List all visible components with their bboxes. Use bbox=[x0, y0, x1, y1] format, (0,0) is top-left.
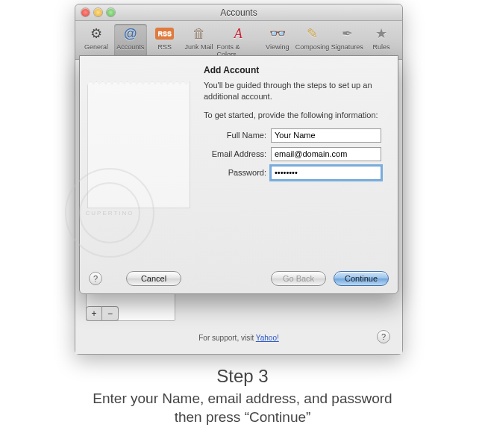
zoom-icon[interactable] bbox=[107, 8, 115, 16]
password-input[interactable] bbox=[271, 166, 381, 180]
toolbar-signatures[interactable]: ✒ Signatures bbox=[331, 24, 363, 59]
junk-icon: 🗑 bbox=[188, 24, 210, 43]
minimize-icon[interactable] bbox=[94, 8, 102, 16]
toolbar-label: Composing bbox=[295, 43, 330, 51]
titlebar: Accounts bbox=[75, 4, 402, 21]
rules-icon: ★ bbox=[370, 24, 392, 43]
toolbar-label: Accounts bbox=[116, 43, 144, 51]
toolbar-viewing[interactable]: 👓 Viewing bbox=[261, 24, 294, 59]
toolbar-label: Junk Mail bbox=[185, 43, 213, 51]
toolbar-label: RSS bbox=[157, 43, 172, 51]
continue-button[interactable]: Continue bbox=[334, 271, 389, 286]
toolbar-fonts[interactable]: A Fonts & Colors bbox=[217, 24, 260, 59]
cancel-button[interactable]: Cancel bbox=[126, 271, 181, 286]
caption-line1: Enter your Name, email address, and pass… bbox=[0, 390, 485, 408]
add-account-button[interactable]: + bbox=[86, 306, 102, 321]
toolbar-rss[interactable]: RSS RSS bbox=[148, 24, 181, 59]
sheet-intro: You'll be guided through the steps to se… bbox=[204, 80, 387, 102]
go-back-button[interactable]: Go Back bbox=[271, 271, 326, 286]
support-link[interactable]: Yahoo! bbox=[256, 334, 279, 342]
password-label: Password: bbox=[204, 168, 271, 177]
add-account-sheet: CUPERTINO Add Account You'll be guided t… bbox=[79, 55, 398, 294]
fonts-icon: A bbox=[227, 24, 249, 43]
postmark-illustration: CUPERTINO bbox=[65, 168, 154, 258]
toolbar-accounts[interactable]: @ Accounts bbox=[114, 24, 147, 59]
signatures-icon: ✒ bbox=[336, 24, 358, 43]
email-input[interactable] bbox=[271, 147, 381, 161]
sheet-prompt: To get started, provide the following in… bbox=[204, 110, 387, 121]
toolbar-label: Signatures bbox=[331, 43, 363, 51]
sheet-title: Add Account bbox=[204, 65, 387, 75]
toolbar-label: Viewing bbox=[266, 43, 289, 51]
instruction-caption: Step 3 Enter your Name, email address, a… bbox=[0, 366, 485, 426]
toolbar-rules[interactable]: ★ Rules bbox=[365, 24, 398, 59]
toolbar-junk[interactable]: 🗑 Junk Mail bbox=[183, 24, 216, 59]
toolbar-composing[interactable]: ✎ Composing bbox=[295, 24, 330, 59]
help-button[interactable]: ? bbox=[377, 330, 390, 343]
caption-line2: then press “Continue” bbox=[0, 408, 485, 427]
sheet-help-button[interactable]: ? bbox=[89, 272, 102, 285]
fullname-label: Full Name: bbox=[204, 131, 271, 140]
at-icon: @ bbox=[119, 24, 142, 43]
toolbar-label: Rules bbox=[373, 43, 390, 51]
toolbar-label: General bbox=[84, 43, 108, 51]
remove-account-button[interactable]: − bbox=[102, 306, 119, 321]
toolbar-general[interactable]: ⚙ General bbox=[80, 24, 113, 59]
composing-icon: ✎ bbox=[301, 24, 323, 43]
support-text: For support, visit Yahoo! bbox=[75, 334, 402, 342]
viewing-icon: 👓 bbox=[266, 24, 289, 43]
close-icon[interactable] bbox=[81, 8, 90, 16]
rss-icon: RSS bbox=[154, 24, 176, 43]
window-title: Accounts bbox=[75, 7, 402, 18]
toolbar: ⚙ General @ Accounts RSS RSS 🗑 Junk Mail… bbox=[75, 21, 402, 60]
fullname-input[interactable] bbox=[271, 128, 381, 143]
email-label: Email Address: bbox=[204, 149, 271, 158]
gear-icon: ⚙ bbox=[85, 24, 107, 43]
caption-step: Step 3 bbox=[0, 366, 485, 387]
